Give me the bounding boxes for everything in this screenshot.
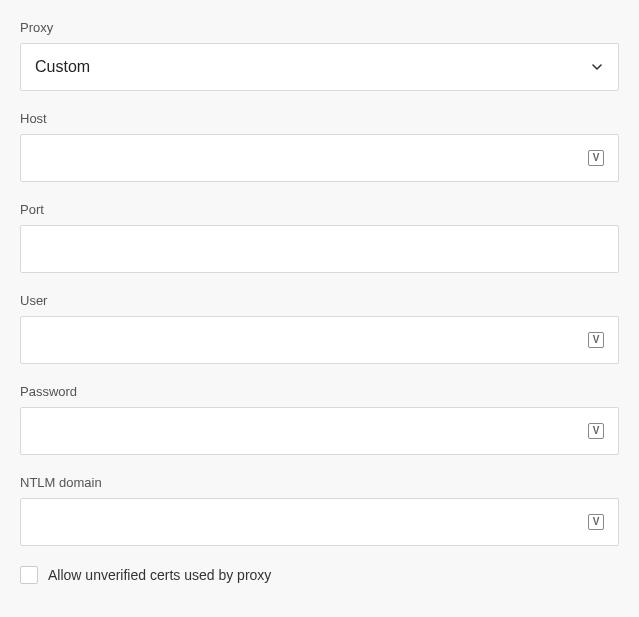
ntlm-input-wrapper: V (20, 498, 619, 546)
user-input-wrapper: V (20, 316, 619, 364)
user-label: User (20, 293, 619, 308)
allow-unverified-row: Allow unverified certs used by proxy (20, 566, 619, 584)
ntlm-label: NTLM domain (20, 475, 619, 490)
port-group: Port (20, 202, 619, 273)
host-group: Host V (20, 111, 619, 182)
port-label: Port (20, 202, 619, 217)
proxy-label: Proxy (20, 20, 619, 35)
host-label: Host (20, 111, 619, 126)
password-group: Password V (20, 384, 619, 455)
proxy-select[interactable]: Custom (20, 43, 619, 91)
proxy-group: Proxy Custom (20, 20, 619, 91)
password-input-wrapper: V (20, 407, 619, 455)
proxy-selected-value: Custom (35, 58, 590, 76)
password-label: Password (20, 384, 619, 399)
password-input[interactable] (35, 408, 588, 454)
chevron-down-icon (590, 60, 604, 74)
ntlm-group: NTLM domain V (20, 475, 619, 546)
variable-icon[interactable]: V (588, 514, 604, 530)
host-input-wrapper: V (20, 134, 619, 182)
variable-icon[interactable]: V (588, 423, 604, 439)
ntlm-input[interactable] (35, 499, 588, 545)
allow-unverified-checkbox[interactable] (20, 566, 38, 584)
host-input[interactable] (35, 135, 588, 181)
user-group: User V (20, 293, 619, 364)
variable-icon[interactable]: V (588, 150, 604, 166)
user-input[interactable] (35, 317, 588, 363)
port-input[interactable] (35, 226, 604, 272)
port-input-wrapper (20, 225, 619, 273)
variable-icon[interactable]: V (588, 332, 604, 348)
allow-unverified-label: Allow unverified certs used by proxy (48, 567, 271, 583)
